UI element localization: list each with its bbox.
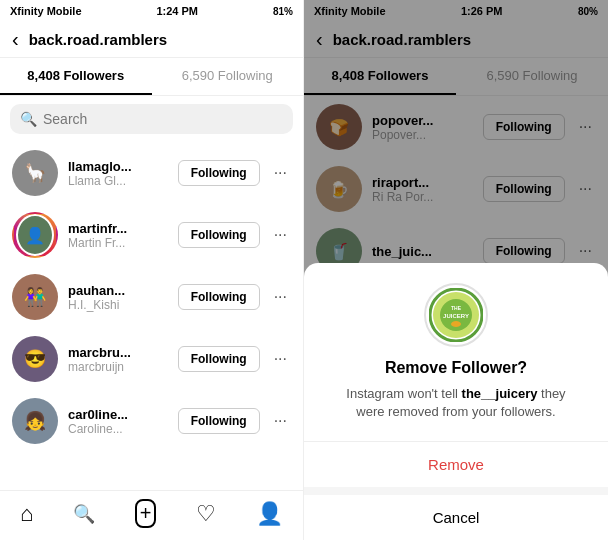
follower-list: 🦙 llamaglo... Llama Gl... Following ··· … xyxy=(0,142,303,490)
full-name: H.I._Kishi xyxy=(68,298,168,312)
user-info: llamaglo... Llama Gl... xyxy=(68,159,168,188)
remove-follower-modal: THE JUICERY Remove Follower? Instagram w… xyxy=(304,263,608,540)
left-status-bar: Xfinity Mobile 1:24 PM 81% xyxy=(0,0,303,22)
modal-avatar: THE JUICERY xyxy=(424,283,488,347)
left-panel: Xfinity Mobile 1:24 PM 81% ‹ back.road.r… xyxy=(0,0,304,540)
tab-following[interactable]: 6,590 Following xyxy=(152,58,304,95)
search-bar[interactable]: 🔍 xyxy=(10,104,293,134)
full-name: Caroline... xyxy=(68,422,168,436)
more-options-icon[interactable]: ··· xyxy=(270,350,291,368)
list-item: 👤 martinfr... Martin Fr... Following ··· xyxy=(0,204,303,266)
username: pauhan... xyxy=(68,283,168,298)
list-item: 🦙 llamaglo... Llama Gl... Following ··· xyxy=(0,142,303,204)
avatar: 🦙 xyxy=(12,150,58,196)
activity-icon[interactable]: ♡ xyxy=(196,501,216,527)
cancel-button[interactable]: Cancel xyxy=(304,495,608,540)
user-info: martinfr... Martin Fr... xyxy=(68,221,168,250)
left-tabs: 8,408 Followers 6,590 Following xyxy=(0,58,303,96)
user-info: marcbru... marcbruijn xyxy=(68,345,168,374)
search-input[interactable] xyxy=(43,111,283,127)
left-carrier: Xfinity Mobile xyxy=(10,5,82,17)
username: martinfr... xyxy=(68,221,168,236)
user-info: car0line... Caroline... xyxy=(68,407,168,436)
full-name: marcbruijn xyxy=(68,360,168,374)
list-item: 😎 marcbru... marcbruijn Following ··· xyxy=(0,328,303,390)
username: llamaglo... xyxy=(68,159,168,174)
svg-point-6 xyxy=(451,321,461,327)
following-button[interactable]: Following xyxy=(178,284,260,310)
left-back-button[interactable]: ‹ xyxy=(12,28,19,51)
full-name: Llama Gl... xyxy=(68,174,168,188)
left-page-title: back.road.ramblers xyxy=(29,31,167,48)
more-options-icon[interactable]: ··· xyxy=(270,412,291,430)
following-button[interactable]: Following xyxy=(178,346,260,372)
avatar: 👧 xyxy=(12,398,58,444)
home-icon[interactable]: ⌂ xyxy=(20,501,33,527)
profile-icon[interactable]: 👤 xyxy=(256,501,283,527)
list-item: 👫 pauhan... H.I._Kishi Following ··· xyxy=(0,266,303,328)
svg-text:THE: THE xyxy=(451,305,462,311)
modal-description: Instagram won't tell the__juicery they w… xyxy=(304,385,608,421)
modal-desc-prefix: Instagram won't tell xyxy=(346,386,461,401)
following-button[interactable]: Following xyxy=(178,408,260,434)
more-options-icon[interactable]: ··· xyxy=(270,164,291,182)
full-name: Martin Fr... xyxy=(68,236,168,250)
remove-button[interactable]: Remove xyxy=(304,442,608,487)
juicery-logo-icon: THE JUICERY xyxy=(427,286,485,344)
svg-text:JUICERY: JUICERY xyxy=(443,313,469,319)
avatar: 😎 xyxy=(12,336,58,382)
user-info: pauhan... H.I._Kishi xyxy=(68,283,168,312)
search-icon: 🔍 xyxy=(20,111,37,127)
bottom-navigation: ⌂ 🔍 + ♡ 👤 xyxy=(0,490,303,540)
username: marcbru... xyxy=(68,345,168,360)
more-options-icon[interactable]: ··· xyxy=(270,226,291,244)
search-nav-icon[interactable]: 🔍 xyxy=(73,503,95,525)
right-panel: Xfinity Mobile 1:26 PM 80% ‹ back.road.r… xyxy=(304,0,608,540)
avatar: 👫 xyxy=(12,274,58,320)
following-button[interactable]: Following xyxy=(178,222,260,248)
left-battery: 81% xyxy=(273,6,293,17)
tab-followers[interactable]: 8,408 Followers xyxy=(0,58,152,95)
username: car0line... xyxy=(68,407,168,422)
left-header: ‹ back.road.ramblers xyxy=(0,22,303,58)
create-post-icon[interactable]: + xyxy=(135,499,157,528)
modal-overlay[interactable]: THE JUICERY Remove Follower? Instagram w… xyxy=(304,0,608,540)
modal-title: Remove Follower? xyxy=(385,359,527,377)
modal-section-divider xyxy=(304,487,608,495)
modal-username: the__juicery xyxy=(462,386,538,401)
more-options-icon[interactable]: ··· xyxy=(270,288,291,306)
avatar: 👤 xyxy=(12,212,58,258)
following-button[interactable]: Following xyxy=(178,160,260,186)
list-item: 👧 car0line... Caroline... Following ··· xyxy=(0,390,303,452)
left-time: 1:24 PM xyxy=(156,5,198,17)
